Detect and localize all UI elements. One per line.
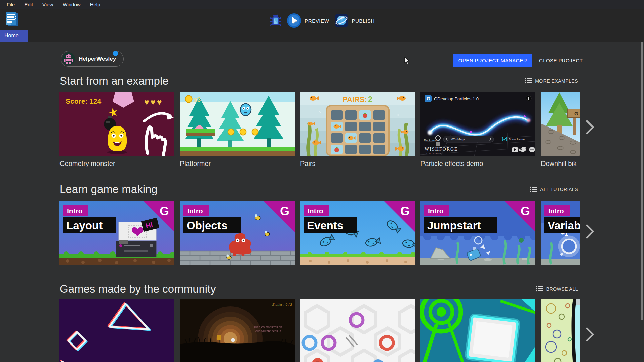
- intro-jumpstart-thumbnail: G Intro Jumpstart: [420, 201, 535, 265]
- preview-label: PREVIEW: [305, 18, 329, 24]
- wishforge-sub-text: GAMES: [426, 152, 443, 154]
- section-title-tutorials: Learn game making: [59, 183, 158, 196]
- more-examples-label: MORE EXAMPLES: [535, 78, 578, 84]
- vertical-scrollbar-thumb[interactable]: [641, 42, 643, 320]
- gdevelop-logo: G: [160, 204, 169, 218]
- tutorial-card-events[interactable]: G Intro Events: [300, 201, 415, 265]
- gdevelop-logo: G: [400, 204, 410, 218]
- mouse-cursor: [404, 57, 410, 65]
- tutorial-title-text: Layout: [66, 219, 103, 232]
- intro-tag-text: Intro: [187, 207, 203, 215]
- community-scroll-right-chevron[interactable]: [585, 327, 595, 342]
- browse-all-button[interactable]: BROWSE ALL: [536, 286, 578, 292]
- menu-file[interactable]: File: [2, 1, 19, 8]
- pairs-label-text: PAIRS:: [343, 95, 367, 104]
- particles-selector-text: 07 - Magic: [451, 138, 466, 141]
- tutorials-scroll-right-chevron[interactable]: [585, 224, 595, 239]
- g-chip-text: G: [427, 96, 430, 101]
- tab-home[interactable]: Home: [0, 30, 28, 42]
- intro-tag-text: Intro: [428, 207, 444, 215]
- show-frame-label-text: Show frame: [509, 138, 525, 141]
- tutorial-title-text: Variab: [548, 219, 580, 232]
- notification-dot: [113, 51, 118, 56]
- gdevelop-logo: G: [280, 204, 289, 218]
- publish-globe-icon: [334, 13, 349, 28]
- tutorials-row: Hi G Intro Layout: [59, 201, 580, 265]
- geometry-monster-thumbnail: Score: 124 ♥♥♥: [59, 92, 174, 156]
- teal-arcade-thumbnail: [420, 299, 535, 362]
- all-tutorials-button[interactable]: ALL TUTORIALS: [530, 186, 578, 192]
- tutorial-title-text: Jumpstart: [427, 219, 481, 232]
- example-title: Pairs: [300, 160, 415, 168]
- score-text: Score: 124: [66, 97, 102, 105]
- example-title: Particle effects demo: [420, 160, 535, 168]
- menu-help[interactable]: Help: [85, 1, 105, 8]
- community-card-hex-puzzle[interactable]: [300, 299, 415, 362]
- intro-tag-text: Intro: [67, 207, 83, 215]
- section-title-community: Games made by the community: [59, 283, 216, 295]
- example-card-downhill[interactable]: G Downhill bik: [541, 92, 580, 168]
- examples-row: Score: 124 ♥♥♥ Geometry monster: [59, 92, 580, 168]
- platformer-thumbnail: x3: [180, 92, 295, 156]
- tutorial-card-objects[interactable]: G Intro Objects: [180, 201, 295, 265]
- username: HelperWesley: [79, 56, 116, 62]
- example-card-particle-effects[interactable]: G GDevelop Particles 1.0 Background 07 -…: [420, 92, 535, 168]
- example-title: Platformer: [180, 160, 295, 168]
- coin-count-text: x3: [194, 96, 201, 103]
- tutorial-card-jumpstart[interactable]: G Intro Jumpstart: [420, 201, 535, 265]
- close-project-label: CLOSE PROJECT: [539, 58, 583, 63]
- menu-window[interactable]: Window: [58, 1, 85, 8]
- tutorial-title-text: Events: [307, 219, 343, 232]
- menu-bar: File Edit View Window Help: [0, 0, 644, 9]
- example-card-pairs[interactable]: PAIRS: 2 Pairs: [300, 92, 415, 168]
- preview-play-icon: [287, 13, 301, 28]
- community-row: Étoiles : 0 / 3 Tuer les monstres en leu…: [59, 299, 580, 362]
- hint-line-2: leur sautant dessus: [255, 329, 281, 333]
- example-card-platformer[interactable]: x3 Platformer: [180, 92, 295, 168]
- hex-puzzle-thumbnail: [300, 299, 415, 362]
- intro-objects-thumbnail: G Intro Objects: [180, 201, 295, 265]
- section-title-examples: Start from an example: [59, 75, 169, 87]
- community-card-teal-arcade[interactable]: [420, 299, 535, 362]
- list-icon: [536, 286, 543, 292]
- intro-variables-thumbnail: +1 G Intro Variab: [541, 201, 580, 265]
- open-project-manager-label: OPEN PROJECT MANAGER: [458, 58, 527, 63]
- menu-view[interactable]: View: [38, 1, 58, 8]
- menu-edit[interactable]: Edit: [19, 1, 38, 8]
- publish-button[interactable]: PUBLISH: [334, 13, 375, 28]
- intro-layout-thumbnail: Hi G Intro Layout: [59, 201, 174, 265]
- list-icon: [525, 78, 532, 84]
- sign-text: G: [574, 111, 578, 116]
- tab-home-label: Home: [4, 33, 19, 39]
- all-tutorials-label: ALL TUTORIALS: [540, 187, 578, 192]
- hint-line-1: Tuer les monstres en: [254, 325, 282, 329]
- tutorial-card-layout[interactable]: Hi G Intro Layout: [59, 201, 174, 265]
- example-card-geometry-monster[interactable]: Score: 124 ♥♥♥ Geometry monster: [59, 92, 174, 168]
- tutorial-card-variables[interactable]: +1 G Intro Variab: [541, 201, 580, 265]
- close-project-button[interactable]: CLOSE PROJECT: [536, 54, 586, 67]
- more-examples-button[interactable]: MORE EXAMPLES: [525, 78, 578, 84]
- downhill-thumbnail: G: [541, 92, 580, 156]
- chemistry-thumbnail: [541, 299, 580, 362]
- browse-all-label: BROWSE ALL: [546, 286, 578, 292]
- community-card-neon-shapes[interactable]: [59, 299, 174, 362]
- example-title: Downhill bik: [541, 160, 580, 168]
- community-card-chemistry[interactable]: [541, 299, 580, 362]
- list-icon: [530, 186, 537, 192]
- pairs-thumbnail: PAIRS: 2: [300, 92, 415, 156]
- preview-button[interactable]: PREVIEW: [287, 13, 329, 28]
- gdevelop-logo: G: [521, 204, 530, 218]
- sunset-thumbnail: Étoiles : 0 / 3 Tuer les monstres en leu…: [180, 299, 295, 362]
- example-title: Geometry monster: [59, 160, 174, 168]
- particles-title-text: GDevelop Particles 1.0: [434, 96, 479, 101]
- publish-label: PUBLISH: [352, 18, 375, 24]
- particle-effects-thumbnail: G GDevelop Particles 1.0 Background 07 -…: [420, 92, 535, 156]
- avatar: [62, 52, 75, 65]
- open-project-manager-button[interactable]: OPEN PROJECT MANAGER: [453, 54, 532, 67]
- intro-tag-text: Intro: [308, 207, 323, 215]
- neon-shapes-thumbnail: [59, 299, 174, 362]
- wishforge-brand-text: WISHFORGE: [425, 147, 458, 152]
- examples-scroll-right-chevron[interactable]: [585, 120, 595, 135]
- community-card-sunset[interactable]: Étoiles : 0 / 3 Tuer les monstres en leu…: [180, 299, 295, 362]
- debugger-bug-icon[interactable]: [269, 14, 282, 27]
